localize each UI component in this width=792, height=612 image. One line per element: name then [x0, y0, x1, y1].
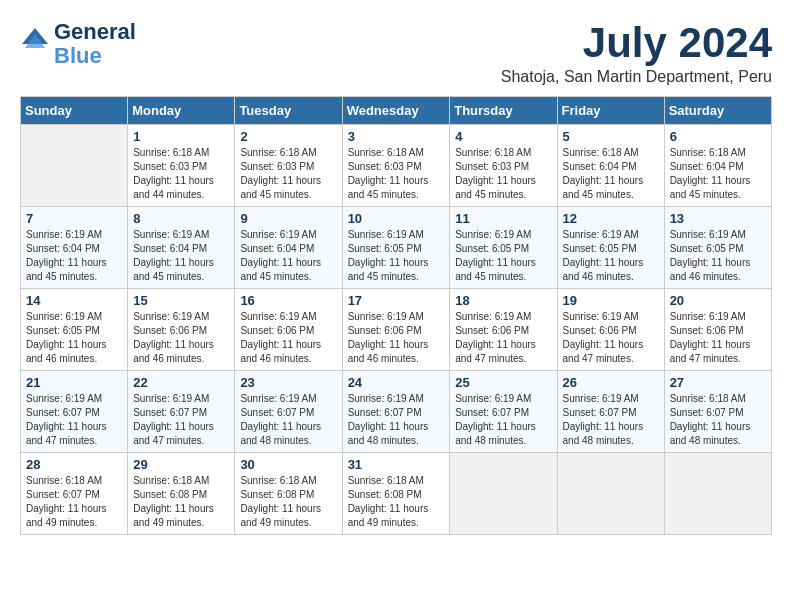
day-number: 6: [670, 129, 766, 144]
calendar-cell: 1Sunrise: 6:18 AM Sunset: 6:03 PM Daylig…: [128, 125, 235, 207]
logo: General Blue: [20, 20, 136, 68]
header-saturday: Saturday: [664, 97, 771, 125]
day-info: Sunrise: 6:19 AM Sunset: 6:05 PM Dayligh…: [348, 228, 445, 284]
day-number: 20: [670, 293, 766, 308]
day-number: 3: [348, 129, 445, 144]
day-info: Sunrise: 6:19 AM Sunset: 6:07 PM Dayligh…: [133, 392, 229, 448]
day-info: Sunrise: 6:19 AM Sunset: 6:06 PM Dayligh…: [563, 310, 659, 366]
calendar-week-2: 7Sunrise: 6:19 AM Sunset: 6:04 PM Daylig…: [21, 207, 772, 289]
calendar-cell: 3Sunrise: 6:18 AM Sunset: 6:03 PM Daylig…: [342, 125, 450, 207]
calendar-table: SundayMondayTuesdayWednesdayThursdayFrid…: [20, 96, 772, 535]
day-number: 23: [240, 375, 336, 390]
day-info: Sunrise: 6:18 AM Sunset: 6:03 PM Dayligh…: [240, 146, 336, 202]
calendar-cell: 16Sunrise: 6:19 AM Sunset: 6:06 PM Dayli…: [235, 289, 342, 371]
logo-text: General Blue: [54, 20, 136, 68]
day-info: Sunrise: 6:19 AM Sunset: 6:06 PM Dayligh…: [670, 310, 766, 366]
day-number: 26: [563, 375, 659, 390]
day-number: 4: [455, 129, 551, 144]
calendar-cell: 2Sunrise: 6:18 AM Sunset: 6:03 PM Daylig…: [235, 125, 342, 207]
day-info: Sunrise: 6:19 AM Sunset: 6:05 PM Dayligh…: [26, 310, 122, 366]
day-info: Sunrise: 6:18 AM Sunset: 6:03 PM Dayligh…: [455, 146, 551, 202]
calendar-cell: 4Sunrise: 6:18 AM Sunset: 6:03 PM Daylig…: [450, 125, 557, 207]
calendar-cell: 6Sunrise: 6:18 AM Sunset: 6:04 PM Daylig…: [664, 125, 771, 207]
calendar-week-5: 28Sunrise: 6:18 AM Sunset: 6:07 PM Dayli…: [21, 453, 772, 535]
day-number: 16: [240, 293, 336, 308]
day-number: 8: [133, 211, 229, 226]
day-info: Sunrise: 6:18 AM Sunset: 6:04 PM Dayligh…: [670, 146, 766, 202]
calendar-cell: 31Sunrise: 6:18 AM Sunset: 6:08 PM Dayli…: [342, 453, 450, 535]
day-info: Sunrise: 6:18 AM Sunset: 6:08 PM Dayligh…: [133, 474, 229, 530]
day-info: Sunrise: 6:19 AM Sunset: 6:04 PM Dayligh…: [26, 228, 122, 284]
day-number: 9: [240, 211, 336, 226]
day-info: Sunrise: 6:19 AM Sunset: 6:07 PM Dayligh…: [348, 392, 445, 448]
header-wednesday: Wednesday: [342, 97, 450, 125]
calendar-cell: 20Sunrise: 6:19 AM Sunset: 6:06 PM Dayli…: [664, 289, 771, 371]
day-number: 14: [26, 293, 122, 308]
day-info: Sunrise: 6:18 AM Sunset: 6:04 PM Dayligh…: [563, 146, 659, 202]
calendar-cell: 24Sunrise: 6:19 AM Sunset: 6:07 PM Dayli…: [342, 371, 450, 453]
calendar-cell: 5Sunrise: 6:18 AM Sunset: 6:04 PM Daylig…: [557, 125, 664, 207]
day-info: Sunrise: 6:19 AM Sunset: 6:07 PM Dayligh…: [240, 392, 336, 448]
calendar-cell: 9Sunrise: 6:19 AM Sunset: 6:04 PM Daylig…: [235, 207, 342, 289]
calendar-cell: 10Sunrise: 6:19 AM Sunset: 6:05 PM Dayli…: [342, 207, 450, 289]
header-friday: Friday: [557, 97, 664, 125]
day-number: 11: [455, 211, 551, 226]
day-info: Sunrise: 6:19 AM Sunset: 6:05 PM Dayligh…: [563, 228, 659, 284]
day-info: Sunrise: 6:19 AM Sunset: 6:04 PM Dayligh…: [240, 228, 336, 284]
calendar-week-3: 14Sunrise: 6:19 AM Sunset: 6:05 PM Dayli…: [21, 289, 772, 371]
day-number: 24: [348, 375, 445, 390]
calendar-cell: 13Sunrise: 6:19 AM Sunset: 6:05 PM Dayli…: [664, 207, 771, 289]
logo-icon: [20, 26, 50, 56]
day-number: 10: [348, 211, 445, 226]
day-info: Sunrise: 6:19 AM Sunset: 6:04 PM Dayligh…: [133, 228, 229, 284]
calendar-cell: 15Sunrise: 6:19 AM Sunset: 6:06 PM Dayli…: [128, 289, 235, 371]
day-number: 12: [563, 211, 659, 226]
calendar-cell: [557, 453, 664, 535]
day-info: Sunrise: 6:18 AM Sunset: 6:07 PM Dayligh…: [26, 474, 122, 530]
calendar-cell: 14Sunrise: 6:19 AM Sunset: 6:05 PM Dayli…: [21, 289, 128, 371]
calendar-cell: 28Sunrise: 6:18 AM Sunset: 6:07 PM Dayli…: [21, 453, 128, 535]
day-number: 22: [133, 375, 229, 390]
day-info: Sunrise: 6:19 AM Sunset: 6:07 PM Dayligh…: [563, 392, 659, 448]
day-number: 27: [670, 375, 766, 390]
calendar-cell: 11Sunrise: 6:19 AM Sunset: 6:05 PM Dayli…: [450, 207, 557, 289]
day-number: 19: [563, 293, 659, 308]
header-tuesday: Tuesday: [235, 97, 342, 125]
day-number: 15: [133, 293, 229, 308]
calendar-cell: 12Sunrise: 6:19 AM Sunset: 6:05 PM Dayli…: [557, 207, 664, 289]
calendar-cell: 8Sunrise: 6:19 AM Sunset: 6:04 PM Daylig…: [128, 207, 235, 289]
calendar-cell: 22Sunrise: 6:19 AM Sunset: 6:07 PM Dayli…: [128, 371, 235, 453]
day-number: 7: [26, 211, 122, 226]
calendar-cell: [450, 453, 557, 535]
calendar-header-row: SundayMondayTuesdayWednesdayThursdayFrid…: [21, 97, 772, 125]
calendar-cell: 17Sunrise: 6:19 AM Sunset: 6:06 PM Dayli…: [342, 289, 450, 371]
day-info: Sunrise: 6:18 AM Sunset: 6:03 PM Dayligh…: [133, 146, 229, 202]
day-number: 31: [348, 457, 445, 472]
header-sunday: Sunday: [21, 97, 128, 125]
calendar-week-1: 1Sunrise: 6:18 AM Sunset: 6:03 PM Daylig…: [21, 125, 772, 207]
day-number: 21: [26, 375, 122, 390]
day-info: Sunrise: 6:19 AM Sunset: 6:07 PM Dayligh…: [26, 392, 122, 448]
calendar-cell: 29Sunrise: 6:18 AM Sunset: 6:08 PM Dayli…: [128, 453, 235, 535]
calendar-cell: 25Sunrise: 6:19 AM Sunset: 6:07 PM Dayli…: [450, 371, 557, 453]
page-header: General Blue July 2024 Shatoja, San Mart…: [20, 20, 772, 86]
day-info: Sunrise: 6:19 AM Sunset: 6:07 PM Dayligh…: [455, 392, 551, 448]
day-number: 2: [240, 129, 336, 144]
day-info: Sunrise: 6:18 AM Sunset: 6:03 PM Dayligh…: [348, 146, 445, 202]
calendar-cell: [664, 453, 771, 535]
day-number: 17: [348, 293, 445, 308]
title-area: July 2024 Shatoja, San Martin Department…: [501, 20, 772, 86]
header-thursday: Thursday: [450, 97, 557, 125]
header-monday: Monday: [128, 97, 235, 125]
calendar-cell: 27Sunrise: 6:18 AM Sunset: 6:07 PM Dayli…: [664, 371, 771, 453]
day-info: Sunrise: 6:19 AM Sunset: 6:06 PM Dayligh…: [455, 310, 551, 366]
day-info: Sunrise: 6:19 AM Sunset: 6:05 PM Dayligh…: [670, 228, 766, 284]
day-info: Sunrise: 6:19 AM Sunset: 6:06 PM Dayligh…: [240, 310, 336, 366]
calendar-cell: [21, 125, 128, 207]
calendar-cell: 19Sunrise: 6:19 AM Sunset: 6:06 PM Dayli…: [557, 289, 664, 371]
month-title: July 2024: [501, 20, 772, 66]
calendar-cell: 21Sunrise: 6:19 AM Sunset: 6:07 PM Dayli…: [21, 371, 128, 453]
day-info: Sunrise: 6:19 AM Sunset: 6:06 PM Dayligh…: [133, 310, 229, 366]
calendar-cell: 23Sunrise: 6:19 AM Sunset: 6:07 PM Dayli…: [235, 371, 342, 453]
day-info: Sunrise: 6:18 AM Sunset: 6:08 PM Dayligh…: [240, 474, 336, 530]
